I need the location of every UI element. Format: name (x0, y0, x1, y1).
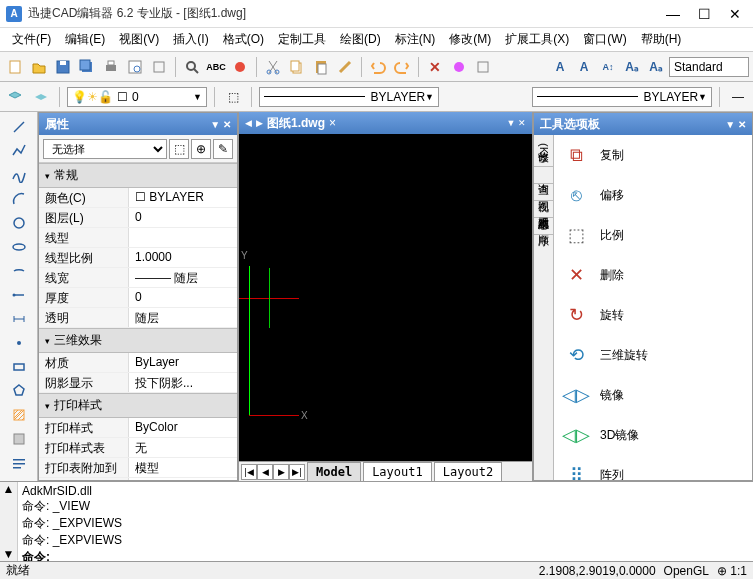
model-canvas[interactable]: Y X (239, 134, 532, 461)
print-preview-button[interactable] (124, 56, 146, 78)
property-row[interactable]: 打印表附加到模型 (39, 458, 237, 478)
property-row[interactable]: 线宽——— 随层 (39, 268, 237, 288)
close-button[interactable]: ✕ (729, 6, 741, 22)
selection-combo[interactable]: 无选择 (43, 139, 167, 159)
property-group-header[interactable]: ▾常规 (39, 163, 237, 188)
menu-item[interactable]: 窗口(W) (577, 29, 632, 50)
property-row[interactable]: 线型 (39, 228, 237, 248)
tab-nav-left-icon[interactable]: ◀ (245, 118, 252, 128)
region-tool[interactable] (8, 428, 30, 450)
undo-button[interactable] (367, 56, 389, 78)
text-a3-button[interactable]: A↕ (597, 56, 619, 78)
menu-item[interactable]: 修改(M) (443, 29, 497, 50)
ray-tool[interactable] (8, 284, 30, 306)
menu-item[interactable]: 定制工具 (272, 29, 332, 50)
layout-prev-icon[interactable]: ◀ (257, 464, 273, 480)
pickadd-button[interactable]: ⊕ (191, 139, 211, 159)
tool-palette-close-icon[interactable]: ▼ ✕ (725, 119, 746, 130)
document-tab[interactable]: 图纸1.dwg (267, 115, 325, 132)
menu-item[interactable]: 绘图(D) (334, 29, 387, 50)
palette-vtab[interactable]: 三维动态观察 (534, 201, 553, 218)
rectangle-tool[interactable] (8, 356, 30, 378)
spline-tool[interactable] (8, 164, 30, 186)
layout-tab[interactable]: Layout2 (434, 462, 503, 482)
property-group-header[interactable]: ▾三维效果 (39, 328, 237, 353)
menu-item[interactable]: 文件(F) (6, 29, 57, 50)
arc-tool[interactable] (8, 188, 30, 210)
palette-vtab[interactable]: 查询 (534, 167, 553, 184)
open-button[interactable] (28, 56, 50, 78)
menu-item[interactable]: 扩展工具(X) (499, 29, 575, 50)
tool-item[interactable]: ⎋偏移 (554, 175, 752, 215)
console-scrollbar[interactable]: ▲▼ (0, 482, 18, 561)
layer-tool1-button[interactable]: ⬚ (222, 86, 244, 108)
new-button[interactable] (4, 56, 26, 78)
property-row[interactable]: 打印样式ByColor (39, 418, 237, 438)
save-button[interactable] (52, 56, 74, 78)
palette-vtab[interactable]: 视图 (534, 184, 553, 201)
ellipse-tool[interactable] (8, 236, 30, 258)
menu-item[interactable]: 格式(O) (217, 29, 270, 50)
zoom-display[interactable]: ⊕ 1:1 (717, 564, 747, 578)
text-tool[interactable] (8, 452, 30, 474)
menu-item[interactable]: 帮助(H) (635, 29, 688, 50)
tool-item[interactable]: ⬚比例 (554, 215, 752, 255)
properties-close-icon[interactable]: ▼ ✕ (210, 119, 231, 130)
property-row[interactable]: 厚度0 (39, 288, 237, 308)
property-row[interactable]: 打印样式表无 (39, 438, 237, 458)
dimension-tool[interactable] (8, 308, 30, 330)
tool-item[interactable]: ↻旋转 (554, 295, 752, 335)
property-row[interactable]: 图层(L)0 (39, 208, 237, 228)
print-button[interactable] (100, 56, 122, 78)
polyline-tool[interactable] (8, 140, 30, 162)
tool-item[interactable]: ◁▷镜像 (554, 375, 752, 415)
saveall-button[interactable] (76, 56, 98, 78)
property-row[interactable]: 透明随层 (39, 308, 237, 328)
circle-tool[interactable] (8, 212, 30, 234)
menu-item[interactable]: 标注(N) (389, 29, 442, 50)
erase-button[interactable]: ✕ (424, 56, 446, 78)
cut-button[interactable] (262, 56, 284, 78)
purge-button[interactable] (448, 56, 470, 78)
layer-combo[interactable]: 💡☀🔓☐0▼ (67, 87, 207, 107)
layout-next-icon[interactable]: ▶ (273, 464, 289, 480)
spell-button[interactable]: ABC (205, 56, 227, 78)
property-row[interactable]: 打印表类型依赖于颜... (39, 478, 237, 480)
ellipse-arc-tool[interactable] (8, 260, 30, 282)
layout-first-icon[interactable]: |◀ (241, 464, 257, 480)
tool-item[interactable]: ⠿阵列 (554, 455, 752, 480)
tool-item[interactable]: ⟲三维旋转 (554, 335, 752, 375)
selectobj-button[interactable]: ✎ (213, 139, 233, 159)
layer-props-button[interactable] (4, 86, 26, 108)
layer-states-button[interactable] (30, 86, 52, 108)
tab-menu-icon[interactable]: ▼ ✕ (507, 118, 526, 128)
redo-button[interactable] (391, 56, 413, 78)
palette-vtab[interactable]: 顺序 (534, 218, 553, 235)
layout-tab[interactable]: Layout1 (363, 462, 432, 482)
layout-tab[interactable]: Model (307, 462, 361, 482)
paste-button[interactable] (310, 56, 332, 78)
property-row[interactable]: 线型比例1.0000 (39, 248, 237, 268)
maximize-button[interactable]: ☐ (698, 6, 711, 22)
text-a1-button[interactable]: A (549, 56, 571, 78)
property-row[interactable]: 阴影显示投下阴影... (39, 373, 237, 393)
text-a2-button[interactable]: A (573, 56, 595, 78)
hatch-tool[interactable] (8, 404, 30, 426)
console-prompt[interactable]: 命令: (22, 549, 749, 561)
polygon-tool[interactable] (8, 380, 30, 402)
line-tool[interactable] (8, 116, 30, 138)
tab-nav-right-icon[interactable]: ▶ (256, 118, 263, 128)
point-tool[interactable] (8, 332, 30, 354)
audit-button[interactable] (229, 56, 251, 78)
copy-button[interactable] (286, 56, 308, 78)
lineweight-display-button[interactable]: — (727, 86, 749, 108)
tab-close-icon[interactable]: × (329, 116, 336, 130)
find-button[interactable] (181, 56, 203, 78)
menu-item[interactable]: 视图(V) (113, 29, 165, 50)
text-a5-button[interactable]: Aₐ (645, 56, 667, 78)
text-style-combo[interactable]: Standard (669, 57, 749, 77)
tool-item[interactable]: ✕删除 (554, 255, 752, 295)
property-group-header[interactable]: ▾打印样式 (39, 393, 237, 418)
regen-button[interactable] (472, 56, 494, 78)
plot-button[interactable] (148, 56, 170, 78)
